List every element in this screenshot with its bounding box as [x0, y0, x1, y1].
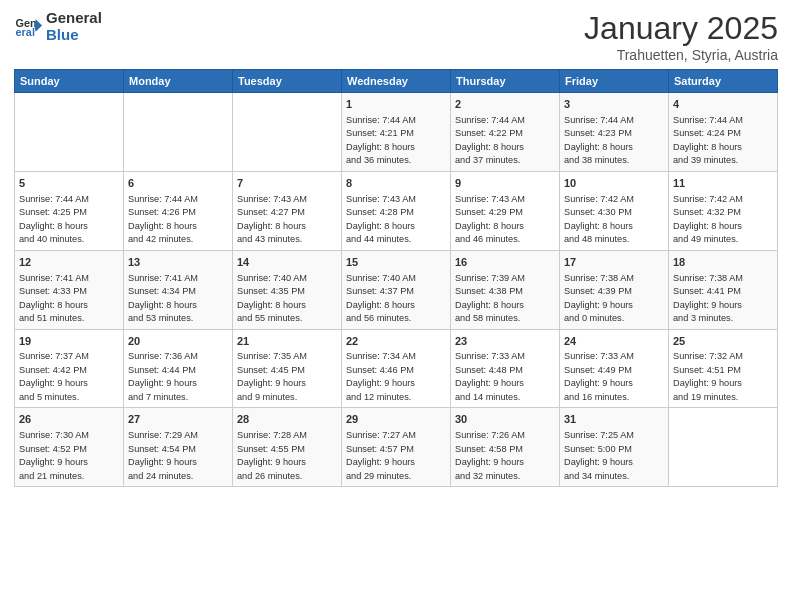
page-container: Gen eral General Blue January 2025 Trahu… [0, 0, 792, 495]
day-number: 7 [237, 176, 337, 191]
day-info: Sunrise: 7:35 AM Sunset: 4:45 PM Dayligh… [237, 351, 307, 402]
calendar-cell: 15Sunrise: 7:40 AM Sunset: 4:37 PM Dayli… [342, 250, 451, 329]
day-number: 22 [346, 334, 446, 349]
logo-general: General [46, 10, 102, 27]
day-number: 25 [673, 334, 773, 349]
day-number: 6 [128, 176, 228, 191]
calendar-cell: 30Sunrise: 7:26 AM Sunset: 4:58 PM Dayli… [451, 408, 560, 487]
day-info: Sunrise: 7:43 AM Sunset: 4:28 PM Dayligh… [346, 194, 416, 245]
day-number: 12 [19, 255, 119, 270]
calendar-cell: 16Sunrise: 7:39 AM Sunset: 4:38 PM Dayli… [451, 250, 560, 329]
day-info: Sunrise: 7:41 AM Sunset: 4:34 PM Dayligh… [128, 273, 198, 324]
calendar-cell: 20Sunrise: 7:36 AM Sunset: 4:44 PM Dayli… [124, 329, 233, 408]
week-row-4: 19Sunrise: 7:37 AM Sunset: 4:42 PM Dayli… [15, 329, 778, 408]
calendar-cell: 1Sunrise: 7:44 AM Sunset: 4:21 PM Daylig… [342, 93, 451, 172]
calendar-body: 1Sunrise: 7:44 AM Sunset: 4:21 PM Daylig… [15, 93, 778, 487]
day-number: 20 [128, 334, 228, 349]
day-info: Sunrise: 7:38 AM Sunset: 4:41 PM Dayligh… [673, 273, 743, 324]
day-info: Sunrise: 7:41 AM Sunset: 4:33 PM Dayligh… [19, 273, 89, 324]
calendar-cell: 12Sunrise: 7:41 AM Sunset: 4:33 PM Dayli… [15, 250, 124, 329]
calendar-cell: 2Sunrise: 7:44 AM Sunset: 4:22 PM Daylig… [451, 93, 560, 172]
day-info: Sunrise: 7:38 AM Sunset: 4:39 PM Dayligh… [564, 273, 634, 324]
day-number: 16 [455, 255, 555, 270]
header-monday: Monday [124, 70, 233, 93]
calendar-cell [15, 93, 124, 172]
week-row-2: 5Sunrise: 7:44 AM Sunset: 4:25 PM Daylig… [15, 171, 778, 250]
calendar-cell: 11Sunrise: 7:42 AM Sunset: 4:32 PM Dayli… [669, 171, 778, 250]
day-info: Sunrise: 7:33 AM Sunset: 4:49 PM Dayligh… [564, 351, 634, 402]
day-number: 31 [564, 412, 664, 427]
calendar-cell: 19Sunrise: 7:37 AM Sunset: 4:42 PM Dayli… [15, 329, 124, 408]
week-row-5: 26Sunrise: 7:30 AM Sunset: 4:52 PM Dayli… [15, 408, 778, 487]
logo-icon: Gen eral [14, 13, 42, 41]
day-number: 15 [346, 255, 446, 270]
day-number: 3 [564, 97, 664, 112]
calendar-cell: 9Sunrise: 7:43 AM Sunset: 4:29 PM Daylig… [451, 171, 560, 250]
day-number: 10 [564, 176, 664, 191]
calendar-cell: 13Sunrise: 7:41 AM Sunset: 4:34 PM Dayli… [124, 250, 233, 329]
day-info: Sunrise: 7:29 AM Sunset: 4:54 PM Dayligh… [128, 430, 198, 481]
day-number: 18 [673, 255, 773, 270]
calendar-cell [669, 408, 778, 487]
day-info: Sunrise: 7:44 AM Sunset: 4:21 PM Dayligh… [346, 115, 416, 166]
header-tuesday: Tuesday [233, 70, 342, 93]
day-number: 26 [19, 412, 119, 427]
day-info: Sunrise: 7:28 AM Sunset: 4:55 PM Dayligh… [237, 430, 307, 481]
calendar-cell: 14Sunrise: 7:40 AM Sunset: 4:35 PM Dayli… [233, 250, 342, 329]
header-saturday: Saturday [669, 70, 778, 93]
header-sunday: Sunday [15, 70, 124, 93]
header-friday: Friday [560, 70, 669, 93]
calendar-header-row: SundayMondayTuesdayWednesdayThursdayFrid… [15, 70, 778, 93]
day-number: 29 [346, 412, 446, 427]
calendar-cell: 28Sunrise: 7:28 AM Sunset: 4:55 PM Dayli… [233, 408, 342, 487]
calendar-cell [124, 93, 233, 172]
header-thursday: Thursday [451, 70, 560, 93]
day-number: 23 [455, 334, 555, 349]
day-info: Sunrise: 7:40 AM Sunset: 4:37 PM Dayligh… [346, 273, 416, 324]
day-number: 9 [455, 176, 555, 191]
svg-marker-2 [34, 19, 42, 31]
day-info: Sunrise: 7:32 AM Sunset: 4:51 PM Dayligh… [673, 351, 743, 402]
location-subtitle: Trahuetten, Styria, Austria [584, 47, 778, 63]
logo-text: General Blue [46, 10, 102, 43]
day-info: Sunrise: 7:43 AM Sunset: 4:29 PM Dayligh… [455, 194, 525, 245]
day-info: Sunrise: 7:44 AM Sunset: 4:23 PM Dayligh… [564, 115, 634, 166]
month-title: January 2025 [584, 10, 778, 47]
title-block: January 2025 Trahuetten, Styria, Austria [584, 10, 778, 63]
calendar-cell: 26Sunrise: 7:30 AM Sunset: 4:52 PM Dayli… [15, 408, 124, 487]
calendar-cell: 27Sunrise: 7:29 AM Sunset: 4:54 PM Dayli… [124, 408, 233, 487]
day-info: Sunrise: 7:26 AM Sunset: 4:58 PM Dayligh… [455, 430, 525, 481]
day-number: 24 [564, 334, 664, 349]
calendar-cell: 3Sunrise: 7:44 AM Sunset: 4:23 PM Daylig… [560, 93, 669, 172]
day-info: Sunrise: 7:36 AM Sunset: 4:44 PM Dayligh… [128, 351, 198, 402]
day-info: Sunrise: 7:42 AM Sunset: 4:32 PM Dayligh… [673, 194, 743, 245]
day-info: Sunrise: 7:44 AM Sunset: 4:25 PM Dayligh… [19, 194, 89, 245]
day-number: 8 [346, 176, 446, 191]
svg-text:eral: eral [16, 26, 35, 38]
calendar-cell: 24Sunrise: 7:33 AM Sunset: 4:49 PM Dayli… [560, 329, 669, 408]
day-info: Sunrise: 7:25 AM Sunset: 5:00 PM Dayligh… [564, 430, 634, 481]
day-info: Sunrise: 7:30 AM Sunset: 4:52 PM Dayligh… [19, 430, 89, 481]
calendar-cell: 7Sunrise: 7:43 AM Sunset: 4:27 PM Daylig… [233, 171, 342, 250]
day-info: Sunrise: 7:40 AM Sunset: 4:35 PM Dayligh… [237, 273, 307, 324]
day-number: 5 [19, 176, 119, 191]
calendar-cell: 31Sunrise: 7:25 AM Sunset: 5:00 PM Dayli… [560, 408, 669, 487]
calendar-cell: 29Sunrise: 7:27 AM Sunset: 4:57 PM Dayli… [342, 408, 451, 487]
calendar-cell: 6Sunrise: 7:44 AM Sunset: 4:26 PM Daylig… [124, 171, 233, 250]
day-number: 1 [346, 97, 446, 112]
day-number: 28 [237, 412, 337, 427]
calendar-cell [233, 93, 342, 172]
calendar-cell: 17Sunrise: 7:38 AM Sunset: 4:39 PM Dayli… [560, 250, 669, 329]
day-number: 30 [455, 412, 555, 427]
day-info: Sunrise: 7:34 AM Sunset: 4:46 PM Dayligh… [346, 351, 416, 402]
day-number: 14 [237, 255, 337, 270]
day-info: Sunrise: 7:44 AM Sunset: 4:26 PM Dayligh… [128, 194, 198, 245]
calendar-cell: 25Sunrise: 7:32 AM Sunset: 4:51 PM Dayli… [669, 329, 778, 408]
calendar-cell: 23Sunrise: 7:33 AM Sunset: 4:48 PM Dayli… [451, 329, 560, 408]
logo: Gen eral General Blue [14, 10, 102, 43]
day-number: 2 [455, 97, 555, 112]
day-info: Sunrise: 7:44 AM Sunset: 4:22 PM Dayligh… [455, 115, 525, 166]
day-number: 11 [673, 176, 773, 191]
day-number: 21 [237, 334, 337, 349]
day-info: Sunrise: 7:42 AM Sunset: 4:30 PM Dayligh… [564, 194, 634, 245]
